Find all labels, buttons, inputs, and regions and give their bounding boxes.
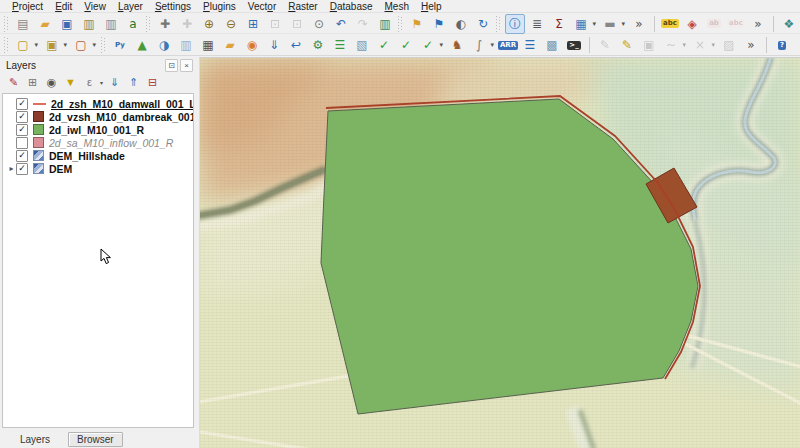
zoom-out-button[interactable]: ⊖: [221, 14, 241, 34]
layer-name[interactable]: 2d_sa_M10_inflow_001_R: [49, 137, 173, 149]
style-manager-button[interactable]: a: [123, 14, 143, 34]
show-sum-button[interactable]: Σ: [549, 14, 569, 34]
help-button[interactable]: ?: [772, 35, 792, 55]
arr-to-tuflow-button[interactable]: ARR: [498, 35, 518, 55]
plugin-globe-tool-button[interactable]: ◑: [154, 35, 174, 55]
manage-map-themes-button[interactable]: ◉: [43, 74, 60, 91]
float-panel-button[interactable]: ⊡: [165, 59, 178, 72]
tuflow-check-1d-button[interactable]: ✓: [374, 35, 394, 55]
manage-layers-button[interactable]: ❖: [779, 14, 799, 34]
menu-view[interactable]: View: [78, 1, 112, 12]
tuflow-check-12d-button[interactable]: ✓▾: [418, 35, 438, 55]
tuflow-grid-tool-button[interactable]: ▧: [352, 35, 372, 55]
plugin-clear-tool-button[interactable]: ▥: [176, 35, 196, 55]
current-edits-button: ✎: [595, 35, 615, 55]
tuflow-mascot-button[interactable]: ♞: [447, 35, 467, 55]
map-tips-button[interactable]: ◈: [682, 14, 702, 34]
python-console-button[interactable]: Py: [110, 35, 130, 55]
toolbar-row-2: ▢▾▣▾▢▾Py▲◑▥▦▰◉⇓↩⚙☰▧✓✓✓▾♞∫▾ARR☰▩>_✎✎▣~▾×▾…: [0, 35, 800, 56]
tuflow-utilities-button[interactable]: ⚙: [308, 35, 328, 55]
layer-name[interactable]: DEM: [49, 163, 72, 175]
identify-features-button[interactable]: ⓘ: [505, 14, 525, 34]
layer-name[interactable]: 2d_vzsh_M10_dambreak_001_R: [49, 111, 194, 123]
layer-visibility-checkbox[interactable]: ✓: [16, 124, 28, 136]
tuflow-list-tool-button[interactable]: ☰: [520, 35, 540, 55]
menu-edit[interactable]: Edit: [49, 1, 78, 12]
open-project-button[interactable]: ▰: [35, 14, 55, 34]
menu-project[interactable]: Project: [6, 1, 49, 12]
plugin-folder-tool-button[interactable]: ▰: [220, 35, 240, 55]
zoom-in-button[interactable]: ⊕: [199, 14, 219, 34]
tuflow-attachment-button[interactable]: ∫▾: [469, 35, 489, 55]
layer-name[interactable]: 2d_iwl_M10_001_R: [49, 124, 144, 136]
map-canvas[interactable]: [199, 57, 800, 448]
add-group-button[interactable]: ⊞: [24, 74, 41, 91]
tuflow-console-button[interactable]: >_: [564, 35, 584, 55]
layer-visibility-checkbox[interactable]: ✓: [16, 98, 28, 110]
remove-layer-button[interactable]: ⊟: [144, 74, 161, 91]
plugin-polygon-tool-button[interactable]: ▲: [132, 35, 152, 55]
select-features-button[interactable]: ▢▾: [13, 35, 33, 55]
new-map-view-button[interactable]: ▥: [375, 14, 395, 34]
layer-name[interactable]: DEM_Hillshade: [49, 150, 125, 162]
panel-tab-bar: LayersBrowser: [0, 430, 225, 448]
plugin-circle-tool-button[interactable]: ◉: [242, 35, 262, 55]
close-panel-button[interactable]: ×: [180, 59, 193, 72]
tuflow-mesh-tool-button[interactable]: ▩: [542, 35, 562, 55]
tuflow-reload-button[interactable]: ↩: [286, 35, 306, 55]
save-project-button[interactable]: ▣: [57, 14, 77, 34]
toggle-editing-button[interactable]: ✎: [617, 35, 637, 55]
tuflow-import-button[interactable]: ⇓: [264, 35, 284, 55]
menu-layer[interactable]: Layer: [112, 1, 149, 12]
statistical-summary-button[interactable]: ≣: [527, 14, 547, 34]
menu-database[interactable]: Database: [324, 1, 379, 12]
new-spatial-bookmark-button[interactable]: ⚑: [407, 14, 427, 34]
filter-legend-button[interactable]: ▼: [62, 74, 79, 91]
new-print-layout-button[interactable]: ▥: [79, 14, 99, 34]
menu-vector[interactable]: Vector: [242, 1, 282, 12]
zoom-native-button[interactable]: ⊙: [309, 14, 329, 34]
zoom-next-button: ↷: [353, 14, 373, 34]
tuflow-legend-tool-button[interactable]: ☰: [330, 35, 350, 55]
toolbar-grip: [496, 16, 501, 32]
menu-plugins[interactable]: Plugins: [197, 1, 242, 12]
refresh-map-button[interactable]: ↻: [473, 14, 493, 34]
layer-labeling-button[interactable]: abc: [660, 14, 680, 34]
add-line-feature-button: ~▾: [661, 35, 681, 55]
new-project-button[interactable]: ▤: [13, 14, 33, 34]
pan-map-button[interactable]: ✚: [155, 14, 175, 34]
layer-visibility-checkbox[interactable]: [16, 137, 28, 149]
plugin-image-tool-button[interactable]: ▦: [198, 35, 218, 55]
attributes-overflow-button[interactable]: »: [629, 14, 649, 34]
open-attribute-table-button[interactable]: ▦▾: [571, 14, 591, 34]
menu-mesh[interactable]: Mesh: [379, 1, 415, 12]
digitizing-overflow-button[interactable]: »: [741, 35, 761, 55]
menu-raster[interactable]: Raster: [282, 1, 323, 12]
menu-settings[interactable]: Settings: [149, 1, 197, 12]
collapse-all-button[interactable]: ⇑: [125, 74, 142, 91]
menu-help[interactable]: Help: [415, 1, 448, 12]
show-bookmarks-button[interactable]: ⚑: [429, 14, 449, 34]
layer-visibility-checkbox[interactable]: ✓: [16, 150, 28, 162]
select-by-value-button[interactable]: ▣▾: [42, 35, 62, 55]
save-layer-edits-button: ▣: [639, 35, 659, 55]
layout-manager-button[interactable]: ▥: [101, 14, 121, 34]
tuflow-check-inputs-button[interactable]: ✓: [396, 35, 416, 55]
zoom-last-button[interactable]: ↶: [331, 14, 351, 34]
layer-visibility-checkbox[interactable]: ✓: [16, 111, 28, 123]
toolbar-grip: [4, 37, 9, 53]
labels-overflow-button[interactable]: »: [748, 14, 768, 34]
layer-visibility-checkbox[interactable]: ✓: [16, 163, 28, 175]
layer-expander[interactable]: ▸: [7, 164, 16, 173]
panel-tab-layers[interactable]: Layers: [12, 433, 58, 446]
pan-to-selection-button: ✚: [177, 14, 197, 34]
panel-tab-browser[interactable]: Browser: [68, 432, 123, 447]
zoom-full-extent-button[interactable]: ⊞: [243, 14, 263, 34]
expand-all-button[interactable]: ⇓: [106, 74, 123, 91]
deselect-features-button[interactable]: ▢▾: [71, 35, 91, 55]
layer-name[interactable]: 2d_zsh_M10_damwall_001_L: [51, 98, 194, 110]
filter-by-expression-button[interactable]: ε▾: [81, 74, 98, 91]
temporal-controller-button[interactable]: ◐: [451, 14, 471, 34]
open-layer-styling-button[interactable]: ✎: [5, 74, 22, 91]
measure-button[interactable]: ▬▾: [600, 14, 620, 34]
